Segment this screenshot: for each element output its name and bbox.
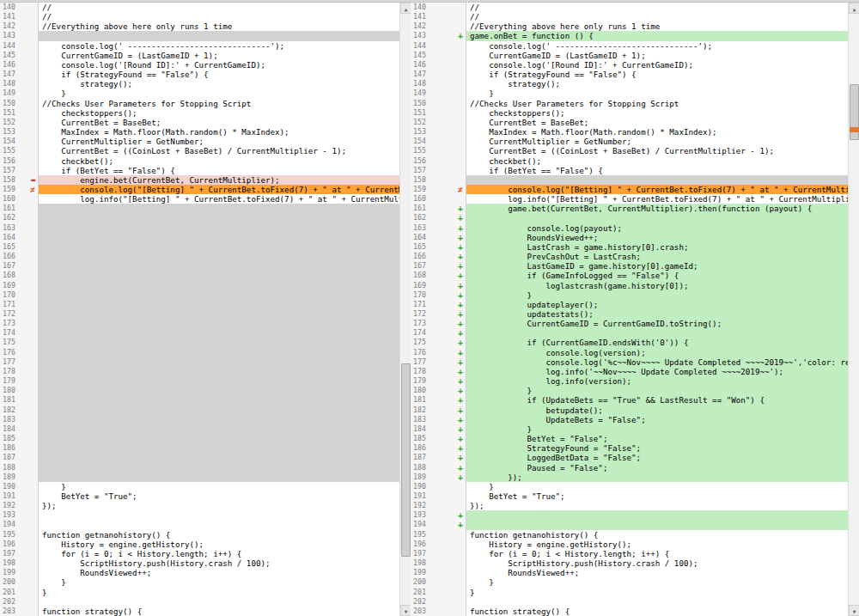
diff-row[interactable]: 184 [0,424,399,434]
code-line[interactable]: } [466,577,848,587]
code-line[interactable] [39,597,399,607]
diff-row[interactable]: 149 } [0,88,399,98]
diff-row[interactable]: 178 [0,367,399,376]
diff-row[interactable]: 200 } [411,577,848,587]
code-line[interactable] [39,281,399,290]
code-line[interactable] [39,357,399,367]
code-line[interactable] [466,510,848,520]
code-line[interactable]: CurrentBet = BaseBet; [39,118,399,127]
code-line[interactable]: game.onBet = function () { [466,31,848,40]
diff-row[interactable]: 172 [0,309,399,319]
diff-row[interactable]: 190 } [0,482,399,491]
code-line[interactable] [39,338,399,347]
diff-row[interactable]: 197 for (i = 0; i < History.length; i++)… [0,549,399,558]
diff-row[interactable]: 179+ log.info(version); [411,376,848,386]
diff-row[interactable]: 155 CurrentBet = ((CoinLost + BaseBet) /… [411,146,848,156]
diff-row[interactable]: 196 History = engine.getHistory(); [411,540,848,549]
diff-row[interactable]: 159≠ console.log("[Betting] " + CurrentB… [411,185,848,194]
code-line[interactable]: log.info(version); [466,376,848,386]
code-line[interactable] [39,415,399,424]
diff-row[interactable]: 194 [0,520,399,529]
code-line[interactable]: UpdateBets = "False"; [466,415,848,424]
diff-row[interactable]: 162 [0,213,399,223]
code-line[interactable]: updateplayer(); [466,300,848,309]
diff-row[interactable]: 150//Checks User Parameters for Stopping… [411,99,848,108]
diff-row[interactable]: 166+ PrevCashOut = LastCrash; [411,252,848,261]
code-line[interactable]: PrevCashOut = LastCrash; [466,252,848,261]
diff-row[interactable]: 149 } [411,88,848,98]
diff-row[interactable]: 170+ } [411,290,848,300]
diff-row[interactable]: 191 BetYet = "True"; [411,491,848,501]
code-line[interactable]: LastCrash = game.history[0].crash; [466,242,848,252]
diff-row[interactable]: 147 if (StrategyFound == "False") { [411,70,848,79]
diff-row[interactable]: 174 [0,328,399,338]
code-line[interactable]: } [39,482,399,491]
diff-row[interactable]: 157 if (BetYet == "False") { [411,166,848,175]
diff-row[interactable]: 143+game.onBet = function () { [411,31,848,40]
code-line[interactable]: //Everything above here only runs 1 time [39,21,399,31]
left-scrollbar[interactable]: ▲ ▼ [399,3,411,616]
diff-row[interactable]: 189+ }); [411,473,848,482]
code-line[interactable]: console.log(' --------------------------… [466,41,848,51]
code-line[interactable]: }); [466,473,848,482]
code-line[interactable]: LastGameID = game.history[0].gameId; [466,261,848,271]
code-line[interactable] [39,233,399,242]
diff-row[interactable]: 148 strategy(); [411,79,848,88]
diff-row[interactable]: 183 [0,415,399,424]
diff-row[interactable]: 202 [0,597,399,607]
code-line[interactable] [39,31,399,40]
diff-row[interactable]: 141// [411,12,848,21]
code-line[interactable]: CurrentBet = ((CoinLost + BaseBet) / Cur… [39,146,399,156]
code-line[interactable] [39,348,399,357]
diff-row[interactable]: 167 [0,261,399,271]
diff-row[interactable]: 182+ betupdate(); [411,406,848,415]
diff-row[interactable]: 144 console.log(' ----------------------… [411,41,848,51]
diff-row[interactable]: 193+ [411,510,848,520]
code-line[interactable] [39,252,399,261]
diff-row[interactable]: 175+ if (CurrentGameID.endsWith('0')) { [411,338,848,347]
diff-row[interactable]: 140// [0,3,399,12]
diff-row[interactable]: 151 checkstoppers(); [411,108,848,118]
diff-row[interactable]: 171 [0,300,399,309]
diff-row[interactable]: 182 [0,406,399,415]
code-line[interactable]: log.info("[Betting] " + CurrentBet.toFix… [466,194,848,204]
code-line[interactable]: console.log(version); [466,348,848,357]
code-line[interactable]: }); [39,501,399,510]
code-line[interactable] [39,242,399,252]
code-line[interactable]: console.log("[Betting] " + CurrentBet.to… [466,185,848,194]
code-line[interactable]: if (CurrentGameID.endsWith('0')) { [466,338,848,347]
code-line[interactable] [466,175,848,185]
diff-row[interactable]: 155 CurrentBet = ((CoinLost + BaseBet) /… [0,146,399,156]
code-line[interactable] [39,319,399,328]
diff-row[interactable]: 183+ UpdateBets = "False"; [411,415,848,424]
diff-row[interactable]: 157 if (BetYet == "False") { [0,166,399,175]
diff-row[interactable]: 174+ [411,328,848,338]
code-line[interactable]: }); [466,501,848,510]
diff-row[interactable]: 176+ console.log(version); [411,348,848,357]
code-line[interactable]: if (StrategyFound == "False") { [39,70,399,79]
code-line[interactable]: StrategyFound = "False"; [466,443,848,453]
right-scroll-up-button[interactable]: ▲ [849,3,859,14]
code-line[interactable]: console.log('[Round ID]:' + CurrentGameI… [466,60,848,70]
code-line[interactable] [39,434,399,443]
diff-row[interactable]: 166 [0,252,399,261]
diff-row[interactable]: 145 CurrentGameID = (LastGameID + 1); [0,51,399,60]
diff-row[interactable]: 169+ loglastcrash(game.history[0]); [411,281,848,290]
diff-row[interactable]: 185+ BetYet = "False"; [411,434,848,443]
diff-row[interactable]: 168 [0,271,399,280]
diff-row[interactable]: 197 for (i = 0; i < History.length; i++)… [411,549,848,558]
code-line[interactable]: //Checks User Parameters for Stopping Sc… [466,99,848,108]
code-line[interactable]: if (BetYet == "False") { [466,166,848,175]
code-line[interactable]: Paused = "False"; [466,463,848,473]
code-line[interactable]: function getnanohistory() { [39,530,399,540]
code-line[interactable]: // [466,12,848,21]
diff-row[interactable]: 161+ game.bet(CurrentBet, CurrentMultipl… [411,204,848,213]
code-line[interactable]: for (i = 0; i < History.length; i++) { [39,549,399,558]
diff-row[interactable]: 150//Checks User Parameters for Stopping… [0,99,399,108]
code-line[interactable]: console.log(payout); [466,223,848,233]
code-line[interactable]: CurrentGameID = CurrentGameID.toString()… [466,319,848,328]
code-line[interactable]: checkbet(); [466,156,848,166]
code-line[interactable] [39,261,399,271]
diff-row[interactable]: 201} [411,588,848,597]
code-line[interactable] [39,386,399,395]
